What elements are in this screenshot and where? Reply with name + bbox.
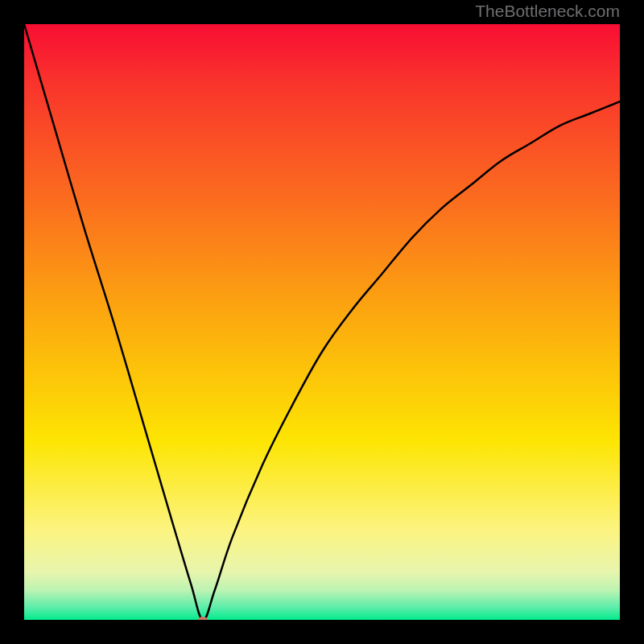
plot-area (24, 24, 620, 620)
chart-frame: TheBottleneck.com (0, 0, 644, 644)
minimum-marker (198, 617, 208, 620)
watermark-text: TheBottleneck.com (475, 2, 620, 21)
bottleneck-curve (24, 24, 620, 620)
